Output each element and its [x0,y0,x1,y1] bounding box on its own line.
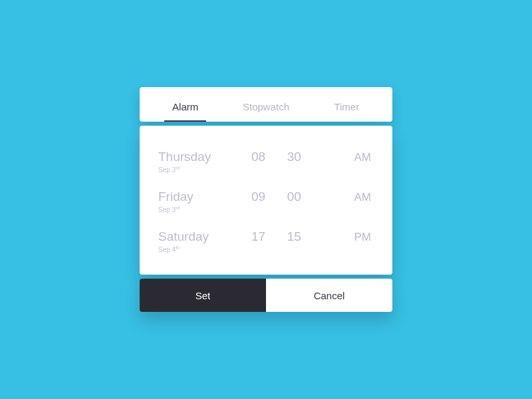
alarm-minute[interactable]: 30 [287,150,319,164]
alarm-minute[interactable]: 00 [287,190,319,204]
alarm-day: Saturday [158,229,247,245]
alarm-day-col: Saturday Sep 4th [158,229,247,253]
alarm-day-col: Friday Sep 3rd [158,190,247,213]
alarm-period[interactable]: PM [323,231,374,244]
alarm-list: Thursday Sep 3rd 08 30 AM Friday Sep 3rd… [140,126,392,275]
tab-stopwatch[interactable]: Stopwatch [225,90,306,122]
tab-alarm[interactable]: Alarm [145,90,225,122]
set-button[interactable]: Set [140,279,266,312]
alarm-card: Alarm Stopwatch Timer Thursday Sep 3rd 0… [140,87,392,312]
alarm-period[interactable]: AM [323,191,374,204]
alarm-day: Thursday [158,150,247,165]
alarm-hour[interactable]: 17 [251,229,283,244]
alarm-date: Sep 4th [158,245,247,253]
cancel-button[interactable]: Cancel [266,279,392,312]
tabs: Alarm Stopwatch Timer [140,87,392,122]
tab-timer[interactable]: Timer [307,90,387,122]
alarm-minute[interactable]: 15 [287,229,319,244]
alarm-day-col: Thursday Sep 3rd [158,150,247,174]
alarm-row[interactable]: Thursday Sep 3rd 08 30 AM [158,142,374,182]
alarm-hour[interactable]: 09 [251,190,283,204]
alarm-date: Sep 3rd [158,205,247,213]
alarm-date: Sep 3rd [158,166,247,174]
alarm-hour[interactable]: 08 [251,150,283,164]
alarm-period[interactable]: AM [323,151,374,164]
alarm-row[interactable]: Saturday Sep 4th 17 15 PM [158,221,374,261]
action-bar: Set Cancel [140,279,392,312]
alarm-row[interactable]: Friday Sep 3rd 09 00 AM [158,182,374,221]
alarm-day: Friday [158,190,247,205]
